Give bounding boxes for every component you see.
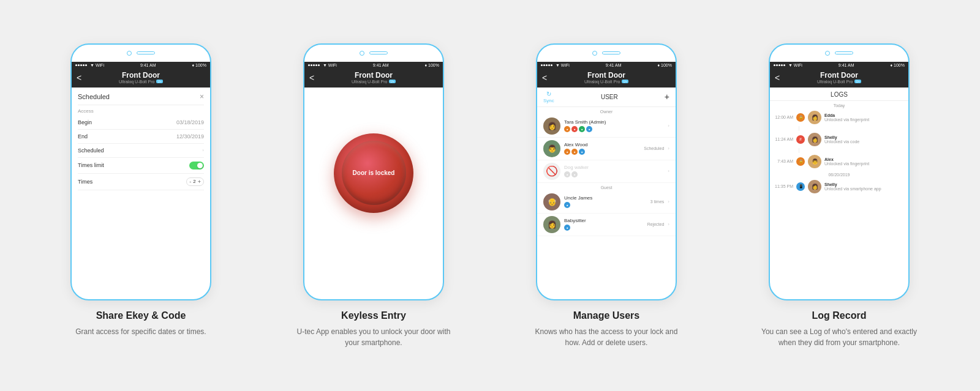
user-arrow-tara: › [668, 123, 669, 128]
log-action-shelly1: Unlocked via code [824, 140, 903, 144]
phone-speaker-1 [137, 51, 155, 54]
schedule-row-scheduled[interactable]: Scheduled › [78, 144, 204, 158]
back-btn-2[interactable]: < [309, 73, 314, 83]
schedule-row-end: End 12/30/2019 [78, 130, 204, 144]
sync-label: Sync [543, 98, 554, 103]
times-value: 2 [193, 179, 195, 184]
phone-2: ▼ WiFi 9:41 AM ♦ 100% < Front Door Ultra… [303, 43, 444, 300]
log-action-shelly2: Unlocked via smartphone app [824, 187, 903, 191]
app-header-2: < Front Door Ultraloq U-Bolt Pro U+ [304, 69, 443, 88]
feature-desc-3: Knows who has the access to your lock an… [527, 326, 686, 348]
schedule-header: Scheduled × [78, 88, 204, 105]
logs-title: LOGS [770, 88, 908, 101]
log-name-shelly2: Shelly [824, 182, 903, 187]
app-subtitle-1: Ultraloq U-Bolt Pro U+ [78, 80, 204, 84]
user-status-alex: Scheduled [644, 146, 664, 151]
app-title-4: Front Door [776, 71, 902, 80]
log-time-edda: 12:00 AM [775, 115, 793, 119]
times-plus-btn[interactable]: + [198, 179, 201, 185]
times-limit-toggle[interactable] [189, 162, 204, 169]
avatar-dogwalker: 🚫 [543, 163, 560, 180]
user-name-uncle: Uncle James [564, 195, 647, 201]
phone-camera-3 [592, 51, 597, 56]
log-time-shelly1: 11:24 AM [775, 137, 793, 141]
user-row-alex[interactable]: 👨 Alex Wood ● ● ● Scheduled › [537, 138, 676, 160]
log-name-alex2: Alex [824, 157, 903, 162]
status-time-4: 9:41 AM [839, 63, 854, 67]
lock-circle[interactable]: Door is locked [334, 133, 413, 213]
sync-button[interactable]: ↻ Sync [543, 91, 554, 103]
feature-desc-2: U-tec App enables you to unlock your doo… [294, 326, 453, 348]
log-action-alex2: Unlocked via fingerprint [824, 162, 903, 166]
feature-text-4: Log Record You can see a Log of who's en… [760, 310, 919, 348]
user-name-tara: Tara Smith (Admin) [564, 119, 664, 125]
user-row-tara[interactable]: 👩 Tara Smith (Admin) ● ● ● ● › [537, 115, 676, 138]
sync-icon: ↻ [546, 91, 551, 97]
status-bar-1: ▼ WiFi 9:41 AM ♦ 100% [72, 62, 210, 69]
schedule-close-btn[interactable]: × [200, 92, 204, 101]
schedule-row-times-limit: Times limit [78, 158, 204, 174]
user-name-babysitter: Babysitter [564, 218, 644, 223]
back-btn-1[interactable]: < [77, 73, 81, 83]
feature-col-1: ▼ WiFi 9:41 AM ♦ 100% < Front Door Ultra… [37, 43, 245, 337]
user-row-uncle[interactable]: 👴 Uncle James ● 3 times › [537, 191, 676, 214]
user-row-babysitter[interactable]: 👩 Babysitter ● Rejected › [537, 214, 676, 236]
owner-label: Owner [537, 107, 676, 115]
phone-camera-4 [825, 51, 830, 56]
feature-col-2: ▼ WiFi 9:41 AM ♦ 100% < Front Door Ultra… [270, 43, 478, 348]
log-action-edda: Unlocked via fingerprint [824, 117, 903, 122]
times-minus-btn[interactable]: - [189, 179, 191, 185]
phone-speaker-3 [602, 51, 620, 54]
log-avatar-shelly1: 👩 [808, 133, 821, 146]
log-time-alex2: 7:43 AM [775, 159, 793, 163]
avatar-uncle: 👴 [543, 193, 560, 210]
phone-camera-1 [127, 51, 132, 56]
phone-camera-2 [360, 51, 364, 56]
log-avatar-alex2: 👨 [808, 155, 821, 168]
feature-text-1: Share Ekey & Code Grant access for speci… [75, 310, 206, 337]
feature-text-3: Manage Users Knows who has the access to… [527, 310, 686, 348]
back-btn-4[interactable]: < [775, 73, 780, 83]
avatar-alex: 👨 [543, 140, 560, 157]
app-title-3: Front Door [543, 71, 669, 80]
log-indicator-alex2: 🔒 [796, 157, 805, 166]
user-status-babysitter: Rejected [647, 222, 665, 226]
log-avatar-shelly2: 👩 [808, 180, 821, 193]
feature-desc-1: Grant access for specific dates or times… [75, 326, 206, 337]
back-btn-3[interactable]: < [542, 73, 547, 83]
app-subtitle-4: Ultraloq U-Bolt Pro U+ [776, 80, 902, 84]
add-user-btn[interactable]: + [665, 92, 669, 102]
access-label: Access [78, 105, 204, 116]
log-indicator-edda: 🔒 [796, 113, 805, 122]
avatar-babysitter: 👩 [543, 216, 560, 233]
app-header-3: < Front Door Ultraloq U-Bolt Pro U+ [537, 69, 676, 88]
feature-heading-4: Log Record [760, 310, 919, 321]
log-name-shelly1: Shelly [824, 135, 903, 140]
user-status-uncle: 3 times [650, 199, 665, 204]
users-toolbar: ↻ Sync USER + [537, 88, 676, 107]
feature-col-3: ▼ WiFi 9:41 AM ♦ 100% < Front Door Ultra… [502, 43, 710, 348]
status-time-1: 9:41 AM [140, 63, 156, 67]
log-row-shelly2: 11:35 PM 📱 👩 Shelly Unlocked via smartph… [770, 178, 908, 195]
phone-3: ▼ WiFi 9:41 AM ♦ 100% < Front Door Ultra… [536, 43, 677, 300]
user-arrow-uncle: › [668, 199, 669, 204]
log-row-shelly1: 11:24 AM # 👩 Shelly Unlocked via code [770, 131, 908, 148]
user-arrow-dogwalker: › [668, 168, 669, 174]
users-title: USER [601, 94, 618, 100]
user-row-dogwalker[interactable]: 🚫 Dog walker ● ● › [537, 160, 676, 183]
user-arrow-babysitter: › [668, 222, 669, 227]
log-row-edda: 12:00 AM 🔒 👩 Edda Unlocked via fingerpri… [770, 109, 908, 126]
feature-heading-3: Manage Users [527, 310, 686, 321]
phone-top-1 [127, 51, 155, 56]
status-bar-2: ▼ WiFi 9:41 AM ♦ 100% [304, 62, 443, 69]
schedule-row-begin: Begin 03/18/2019 [78, 116, 204, 130]
log-time-shelly2: 11:35 PM [775, 184, 793, 188]
app-subtitle-3: Ultraloq U-Bolt Pro U+ [543, 80, 669, 84]
status-time-3: 9:41 AM [606, 63, 622, 67]
phone-speaker-2 [369, 51, 388, 54]
app-header-1: < Front Door Ultraloq U-Bolt Pro U+ [72, 69, 210, 88]
schedule-content: Scheduled × Access Begin 03/18/2019 End … [72, 88, 210, 196]
times-stepper[interactable]: - 2 + [186, 177, 204, 186]
phone-top-2 [360, 51, 388, 56]
feature-desc-4: You can see a Log of who's entered and e… [760, 326, 919, 348]
